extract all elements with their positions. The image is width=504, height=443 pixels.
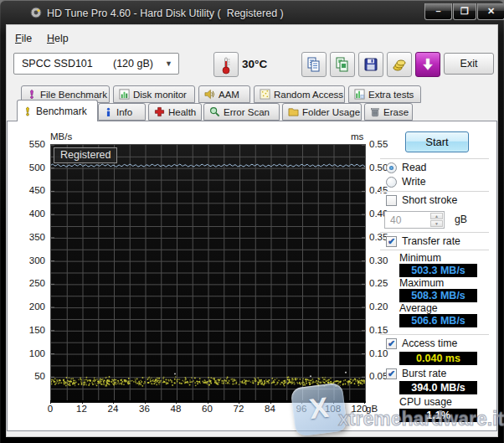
y-left-tick-label: 550 (18, 139, 45, 149)
burst-rate-checkbox[interactable]: ✔ (386, 368, 397, 379)
speaker-icon (204, 89, 215, 100)
y-right-tick-label: 0.30 (369, 255, 396, 265)
exit-button[interactable]: Exit (444, 53, 494, 75)
tab-label: Folder Usage (302, 107, 360, 117)
write-radio[interactable] (386, 177, 397, 188)
menu-help[interactable]: Help (43, 31, 73, 46)
x-tick-mark (145, 400, 146, 404)
drive-capacity: (120 gB) (113, 54, 153, 74)
update-download-button[interactable] (415, 52, 440, 77)
tab-benchmark[interactable]: Benchmark (17, 100, 98, 121)
y-left-tick-label: 500 (18, 162, 45, 173)
x-tick-mark (270, 400, 271, 404)
stepper-up-icon[interactable]: ▲ (430, 213, 443, 219)
minimize-button[interactable]: – (424, 3, 452, 20)
average-label: Average (399, 302, 438, 314)
short-stroke-unit: gB (455, 214, 467, 225)
x-tick-mark (82, 400, 83, 404)
radio-dot (389, 166, 393, 170)
short-stroke-label: Short stroke (402, 194, 457, 206)
x-tick-mark (50, 400, 51, 404)
magnifier-icon (209, 106, 220, 117)
short-stroke-checkbox[interactable] (386, 195, 397, 206)
disk-monitor-icon (119, 89, 130, 100)
file-benchmark-icon (27, 89, 37, 100)
y-left-tick-label: 450 (18, 185, 45, 195)
random-access-icon (260, 89, 270, 100)
transfer-rate-label: Transfer rate (402, 235, 460, 247)
tab-disk-monitor[interactable]: Disk monitor (113, 85, 195, 103)
y-left-tick-label: 250 (18, 278, 45, 288)
x-tick-label: 48 (162, 404, 189, 414)
benchmark-plot (50, 144, 366, 403)
tab-random-access[interactable]: Random Access (254, 85, 345, 103)
cpu-usage-label: CPU usage (399, 396, 452, 408)
x-tick-mark (364, 400, 365, 404)
menu-file[interactable]: File (11, 31, 36, 46)
tab-label: File Benchmark (40, 90, 107, 100)
tab-info[interactable]: Info (98, 103, 146, 121)
maximize-button[interactable]: ❐ (453, 3, 476, 20)
registration-button[interactable] (387, 52, 412, 77)
tab-label: Benchmark (36, 106, 87, 117)
tab-extra-tests[interactable]: Extra tests (348, 85, 421, 103)
tab-error-scan[interactable]: Error Scan (203, 103, 280, 121)
y-left-tick-label: 200 (18, 301, 45, 312)
temperature-button[interactable] (213, 52, 239, 77)
access-time-checkbox[interactable]: ✔ (386, 338, 397, 349)
y-right-tick-label: 0.25 (369, 278, 396, 288)
short-stroke-size-stepper[interactable]: 40 ▲ ▼ (384, 211, 445, 229)
benchmark-icon (23, 106, 33, 117)
y-right-tick-label: 0.20 (369, 301, 396, 312)
start-button[interactable]: Start (405, 131, 469, 152)
stepper-value: 40 (390, 214, 401, 226)
transfer-rate-checkbox[interactable]: ✔ (386, 236, 397, 247)
tab-label: Extra tests (368, 90, 414, 100)
download-arrow-icon (419, 61, 436, 75)
app-window: HD Tune Pro 4.60 - Hard Disk Utility ( R… (0, 0, 504, 443)
tab-folder-usage[interactable]: Folder Usage (282, 103, 362, 121)
separator (380, 232, 489, 233)
stepper-down-icon[interactable]: ▼ (430, 220, 443, 227)
registered-watermark: Registered (54, 147, 117, 163)
save-button[interactable] (358, 52, 383, 77)
trash-icon (370, 106, 380, 117)
minimum-label: Minimum (399, 252, 441, 264)
x-tick-mark (113, 400, 114, 404)
close-button[interactable]: ✕ (477, 3, 504, 20)
y-left-tick-label: 300 (18, 255, 45, 265)
y-right-tick-label: 0.10 (369, 348, 396, 358)
app-icon (30, 7, 42, 18)
drive-name: SPCC SSD101 (22, 54, 93, 74)
y-left-tick-label: 150 (18, 325, 45, 335)
tab-health[interactable]: Health (148, 103, 202, 121)
tab-label: Health (168, 107, 196, 117)
access-time-label: Access time (402, 337, 457, 349)
folder-icon (288, 106, 299, 117)
maximum-value: 508.3 MB/s (399, 289, 477, 302)
burst-rate-value: 394.0 MB/s (399, 381, 477, 394)
thermometer-icon (221, 63, 231, 77)
x-tick-label: 84 (257, 404, 284, 414)
y-left-axis-unit: MB/s (50, 131, 72, 142)
separator (380, 191, 489, 192)
tab-erase[interactable]: Erase (364, 103, 413, 121)
tab-aam[interactable]: AAM (198, 85, 250, 103)
copy-image-button[interactable] (330, 52, 355, 77)
drive-select[interactable]: SPCC SSD101 (120 gB) ▼ (13, 53, 179, 75)
copy-image-icon (334, 61, 351, 75)
x-tick-mark (176, 400, 177, 404)
x-tick-mark (239, 400, 239, 404)
tab-label: Error Scan (224, 107, 270, 117)
tab-label: Disk monitor (133, 90, 187, 100)
y-left-tick-label: 50 (18, 371, 45, 381)
x-tick-label: 60 (194, 404, 221, 414)
copy-text-button[interactable] (301, 52, 327, 77)
info-icon (104, 106, 113, 117)
access-time-value: 0.040 ms (399, 352, 477, 365)
read-radio[interactable] (386, 162, 397, 173)
maximum-label: Maximum (399, 277, 444, 289)
xtremehardware-watermark-text: xtremehardware.it (338, 408, 504, 430)
x-tick-label: 36 (131, 404, 158, 414)
chevron-down-icon: ▼ (165, 54, 172, 74)
